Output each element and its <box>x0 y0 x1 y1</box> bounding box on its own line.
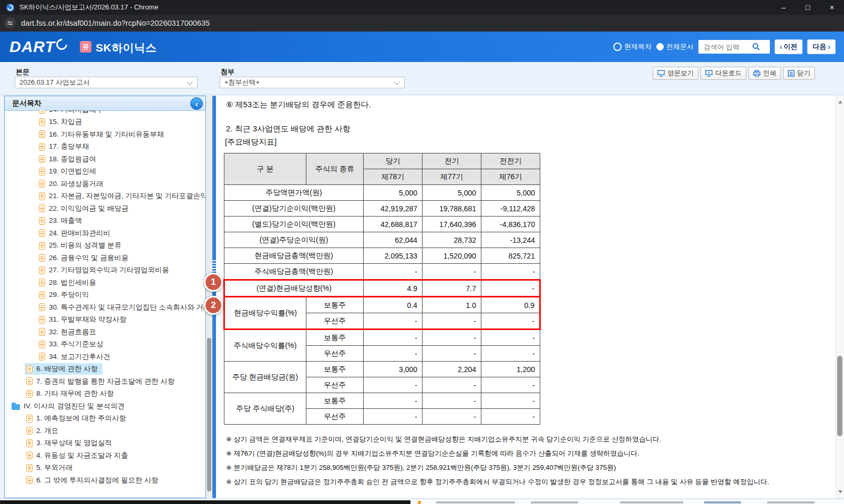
background-window-fragment <box>767 501 815 503</box>
dart-favicon-icon <box>6 4 14 12</box>
header-cell: 제78기 <box>364 169 423 185</box>
search-box[interactable] <box>698 40 770 54</box>
document-icon <box>39 229 45 237</box>
scroll-down-icon[interactable] <box>838 490 842 493</box>
sidebar-item[interactable]: 7. 증권의 발행을 통한 자금조달에 관한 사항 <box>5 375 205 388</box>
sidebar-item[interactable]: IV. 이사의 경영진단 및 분석의견 <box>5 400 205 413</box>
table-header-row: 구 분 주식의 종류 당기 전기 전전기 <box>224 153 540 169</box>
sidebar-item[interactable]: 20. 파생상품거래 <box>5 178 205 190</box>
sidebar-item[interactable]: 29. 주당이익 <box>5 289 205 302</box>
sidebar-item[interactable]: 34. 보고기간후사건 <box>5 351 205 363</box>
sidebar-item[interactable]: 32. 현금흐름표 <box>5 326 205 338</box>
radio-whole-document[interactable]: 전체문서 <box>656 42 694 52</box>
sidebar-item[interactable]: 25. 비용의 성격별 분류 <box>5 240 205 252</box>
sidebar-scroll-thumb[interactable] <box>207 338 211 491</box>
radio-current-toc[interactable]: 현재목차 <box>613 42 652 52</box>
sidebar-item[interactable]: 31. 우발부채와 약정사항 <box>5 314 205 326</box>
document-icon <box>39 143 45 151</box>
sidebar-item[interactable]: 18. 종업원급여 <box>5 153 205 166</box>
document-icon <box>39 180 45 188</box>
sidebar-tree: 14. 기타지급채무 15. 차입금 16. 기타유동부채 및 기타비유동부채 … <box>5 110 205 498</box>
body-select[interactable]: 2026.03.17 사업보고서 <box>15 77 198 88</box>
document-lines-icon <box>788 70 795 77</box>
document-icon <box>39 204 45 212</box>
header-cell: 당기 <box>364 153 423 169</box>
dart-logo[interactable]: DART <box>9 38 67 56</box>
annotation-marker-1: 1 <box>204 273 223 292</box>
document-icon <box>26 439 33 447</box>
sidebar-item[interactable]: 19. 이연법인세 <box>5 166 205 178</box>
document-icon <box>39 118 45 126</box>
document-icon <box>39 279 45 286</box>
print-button[interactable]: 인쇄 <box>748 67 781 80</box>
table-row: 주당 주식배당(주) 보통주 - - - <box>224 393 540 409</box>
attach-select[interactable]: +첨부선택+ <box>220 77 405 88</box>
maximize-button[interactable]: □ <box>796 0 820 15</box>
document-icon <box>39 291 45 299</box>
sidebar-item[interactable]: 24. 판매비와관리비 <box>5 227 205 240</box>
collapse-panel-button[interactable]: ‹ <box>190 97 203 110</box>
document-icon <box>39 316 45 324</box>
sidebar-item[interactable]: 21. 자본금, 자본잉여금, 기타자본 및 기타포괄손익누계액 <box>5 190 205 203</box>
sidebar-item[interactable]: 2. 개요 <box>5 425 205 437</box>
window-title-bar: SK하이닉스/사업보고서/2026.03.17 - Chrome – □ × <box>0 0 844 15</box>
next-button[interactable]: 다음 › <box>807 39 836 54</box>
document-toolbar: 본문 2026.03.17 사업보고서 첨부 +첨부선택+ 영문보기 <box>0 62 844 95</box>
sidebar-item[interactable]: 1. 예측정보에 대한 주의사항 <box>5 413 205 425</box>
sidebar-item[interactable]: 6. 배당에 관한 사항 <box>5 363 205 376</box>
url-text[interactable]: dart.fss.or.kr/dsaf001/main.do?rcpNo=202… <box>21 19 210 27</box>
sidebar-item[interactable]: 14. 기타지급채무 <box>5 110 205 116</box>
close-doc-button[interactable]: 닫기 <box>783 67 815 80</box>
sidebar-item[interactable]: 23. 매출액 <box>5 215 205 228</box>
chevron-down-icon <box>394 79 399 85</box>
site-info-icon[interactable] <box>4 17 16 29</box>
background-window-fragment <box>0 500 410 504</box>
search-icon[interactable] <box>752 43 760 51</box>
dart-header: DART 유 SK하이닉스 현재목차 전체문서 ‹ 이 <box>0 32 844 63</box>
sidebar-item[interactable]: 3. 재무상태 및 영업실적 <box>5 437 205 450</box>
header-cell: 제76기 <box>481 169 540 185</box>
radio-ring-icon[interactable] <box>613 43 622 51</box>
sidebar-item[interactable]: 22. 이익잉여금 및 배당금 <box>5 202 205 215</box>
table-row: (연결)당기순이익(백만원) 42,919,287 19,788,681 -9,… <box>224 201 540 217</box>
download-button[interactable]: 다운로드 <box>701 67 746 80</box>
sidebar-item[interactable]: 27. 기타영업외수익과 기타영업외비용 <box>5 264 205 277</box>
document-icon <box>26 476 33 484</box>
browser-window: SK하이닉스/사업보고서/2026.03.17 - Chrome – □ × d… <box>0 0 844 504</box>
search-input[interactable] <box>703 43 752 52</box>
sidebar-item[interactable]: 26. 금융수익 및 금융비용 <box>5 252 205 264</box>
sidebar-item[interactable]: 28. 법인세비용 <box>5 276 205 289</box>
background-window-fragment <box>418 501 421 504</box>
document-icon <box>26 390 33 398</box>
document-icon <box>26 427 33 435</box>
sidebar-item[interactable]: 33. 주식기준보상 <box>5 338 205 351</box>
sidebar-item[interactable]: 8. 기타 재무에 관한 사항 <box>5 388 205 400</box>
table-row: 주식배당금총액(백만원) - - - <box>224 264 540 280</box>
sidebar-item[interactable]: 17. 충당부채 <box>5 141 205 153</box>
prev-button[interactable]: ‹ 이전 <box>775 39 803 54</box>
scroll-up-icon[interactable] <box>838 100 842 104</box>
document-icon <box>39 341 45 348</box>
content-scrollbar[interactable] <box>836 96 844 498</box>
minimize-button[interactable]: – <box>771 0 796 15</box>
sidebar-item[interactable]: 16. 기타유동부채 및 기타비유동부채 <box>5 128 205 141</box>
sidebar-item[interactable]: 5. 부외거래 <box>5 462 205 475</box>
sidebar-item[interactable]: 6. 그 밖에 투자의사결정에 필요한 사항 <box>5 474 205 487</box>
close-button[interactable]: × <box>820 0 844 15</box>
content-scroll-thumb[interactable] <box>837 356 842 436</box>
footnote: ※ 분기배당금은 제78기 1분기 258,905백만원(주당 375원), 2… <box>226 460 769 475</box>
sidebar-item[interactable]: 30. 특수관계자 및 대규모기업집단 소속회사와 거래 <box>5 301 205 314</box>
table-row: 주당액면가액(원) 5,000 5,000 5,000 <box>224 185 540 201</box>
english-view-button[interactable]: 영문보기 <box>653 67 698 80</box>
sidebar-item[interactable]: 4. 유동성 및 자금조달과 지출 <box>5 449 205 462</box>
folder-icon <box>12 404 20 410</box>
chevron-right-icon: › <box>828 43 830 51</box>
sidebar-item[interactable]: 15. 차입금 <box>5 116 205 129</box>
header-cell: 주식의 종류 <box>306 153 364 185</box>
radio-filled-icon[interactable] <box>656 43 664 50</box>
annotation-marker-2: 2 <box>204 296 223 315</box>
background-window-fragment <box>436 501 515 503</box>
chevron-down-icon <box>187 79 192 85</box>
background-window-fragment <box>704 501 741 503</box>
address-bar[interactable]: dart.fss.or.kr/dsaf001/main.do?rcpNo=202… <box>0 15 844 32</box>
